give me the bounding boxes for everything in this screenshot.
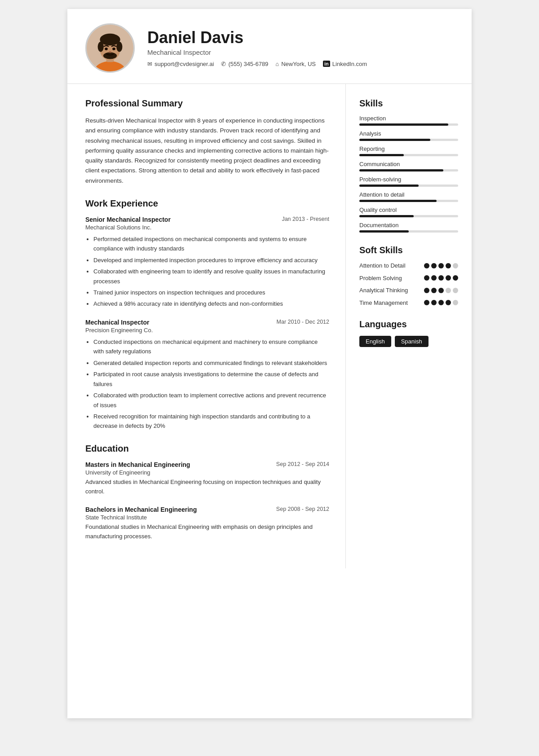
skill-fill: [359, 200, 437, 202]
dots-time: [424, 300, 458, 305]
contact-phone: ✆ (555) 345-6789: [221, 61, 268, 67]
skill-name: Analysis: [359, 130, 458, 137]
skill-inspection: Inspection: [359, 115, 458, 126]
dot: [424, 275, 429, 281]
skill-name: Problem-solving: [359, 176, 458, 183]
list-item: Collaborated with engineering team to id…: [93, 267, 329, 286]
list-item: Generated detailed inspection reports an…: [93, 358, 329, 368]
list-item: Trained junior inspectors on inspection …: [93, 288, 329, 297]
skill-bar: [359, 123, 458, 126]
soft-skill-name: Analytical Thinking: [359, 286, 409, 294]
svg-point-7: [103, 52, 117, 59]
dot: [453, 300, 458, 305]
education-title: Education: [85, 444, 329, 454]
skill-bar: [359, 185, 458, 187]
skill-fill: [359, 139, 430, 141]
edu-1-desc: Advanced studies in Mechanical Engineeri…: [85, 478, 329, 497]
skill-bar: [359, 215, 458, 217]
edu-1-date: Sep 2012 - Sep 2014: [276, 461, 329, 467]
experience-title: Work Experience: [85, 198, 329, 209]
job-1-company: Mechanical Solutions Inc.: [85, 224, 329, 231]
skill-fill: [359, 230, 409, 233]
dot: [453, 275, 458, 281]
skill-attention: Attention to detail: [359, 191, 458, 202]
contact-location: ⌂ NewYork, US: [275, 61, 316, 67]
edu-1: Masters in Mechanical Engineering Sep 20…: [85, 461, 329, 497]
skill-quality: Quality control: [359, 207, 458, 217]
skill-name: Reporting: [359, 145, 458, 152]
skill-fill: [359, 169, 443, 171]
skill-name: Quality control: [359, 207, 458, 213]
skill-fill: [359, 154, 404, 156]
skill-reporting: Reporting: [359, 145, 458, 156]
skill-name: Inspection: [359, 115, 458, 122]
candidate-title: Mechanical Inspector: [147, 48, 454, 56]
summary-title: Professional Summary: [85, 98, 329, 109]
soft-skill-analytical: Analytical Thinking: [359, 286, 458, 294]
left-column: Professional Summary Results-driven Mech…: [67, 84, 346, 568]
skill-bar: [359, 154, 458, 156]
skills-title: Skills: [359, 98, 458, 109]
soft-skills-section: Soft Skills Attention to Detail Problem …: [359, 245, 458, 307]
location-text: NewYork, US: [281, 61, 316, 67]
contact-linkedin: in LinkedIn.com: [323, 61, 367, 67]
skill-bar: [359, 200, 458, 202]
skill-name: Documentation: [359, 222, 458, 229]
linkedin-icon: in: [323, 61, 330, 67]
phone-text: (555) 345-6789: [228, 61, 268, 67]
dot: [431, 275, 437, 281]
right-column: Skills Inspection Analysis Reporting: [346, 84, 472, 568]
edu-2-header: Bachelors in Mechanical Engineering Sep …: [85, 506, 329, 513]
linkedin-text: LinkedIn.com: [332, 61, 367, 67]
job-1-title: Senior Mechanical Inspector: [85, 216, 171, 223]
candidate-name: Daniel Davis: [147, 29, 454, 47]
soft-skill-name: Problem Solving: [359, 274, 409, 282]
email-icon: ✉: [147, 61, 152, 67]
language-english: English: [359, 336, 391, 347]
job-1-bullets: Performed detailed inspections on mechan…: [85, 234, 329, 309]
skills-section: Skills Inspection Analysis Reporting: [359, 98, 458, 233]
job-2-title: Mechanical Inspector: [85, 319, 149, 326]
dot: [453, 288, 458, 293]
dot: [446, 288, 451, 293]
dot: [446, 300, 451, 305]
dot: [453, 263, 458, 268]
dot: [431, 300, 437, 305]
skill-documentation: Documentation: [359, 222, 458, 233]
education-section: Education Masters in Mechanical Engineer…: [85, 444, 329, 541]
job-1-header: Senior Mechanical Inspector Jan 2013 - P…: [85, 216, 329, 223]
dot: [446, 275, 451, 281]
list-item: Received recognition for maintaining hig…: [93, 412, 329, 431]
phone-icon: ✆: [221, 61, 226, 67]
svg-point-9: [112, 48, 115, 50]
soft-skill-name: Attention to Detail: [359, 262, 409, 270]
languages-title: Languages: [359, 319, 458, 330]
soft-skill-attention: Attention to Detail: [359, 262, 458, 270]
dot: [438, 300, 444, 305]
skill-communication: Communication: [359, 161, 458, 171]
skill-bar: [359, 230, 458, 233]
skill-fill: [359, 185, 419, 187]
list-item: Achieved a 98% accuracy rate in identify…: [93, 299, 329, 308]
skill-fill: [359, 215, 414, 217]
skill-name: Attention to detail: [359, 191, 458, 198]
svg-point-6: [116, 42, 122, 52]
soft-skill-time: Time Management: [359, 299, 458, 307]
job-2: Mechanical Inspector Mar 2010 - Dec 2012…: [85, 319, 329, 431]
soft-skill-problem: Problem Solving: [359, 274, 458, 282]
edu-1-header: Masters in Mechanical Engineering Sep 20…: [85, 461, 329, 468]
resume-body: Professional Summary Results-driven Mech…: [67, 84, 472, 568]
skill-bar: [359, 169, 458, 171]
job-1: Senior Mechanical Inspector Jan 2013 - P…: [85, 216, 329, 309]
dot: [438, 275, 444, 281]
dot: [431, 263, 437, 268]
language-spanish: Spanish: [395, 336, 429, 347]
resume: Daniel Davis Mechanical Inspector ✉ supp…: [67, 9, 472, 718]
skill-analysis: Analysis: [359, 130, 458, 141]
list-item: Conducted inspections on mechanical equi…: [93, 337, 329, 356]
dot: [438, 288, 444, 293]
skill-fill: [359, 123, 448, 126]
svg-point-8: [105, 48, 108, 50]
edu-2-degree: Bachelors in Mechanical Engineering: [85, 506, 197, 513]
edu-2-school: State Technical Institute: [85, 514, 329, 521]
